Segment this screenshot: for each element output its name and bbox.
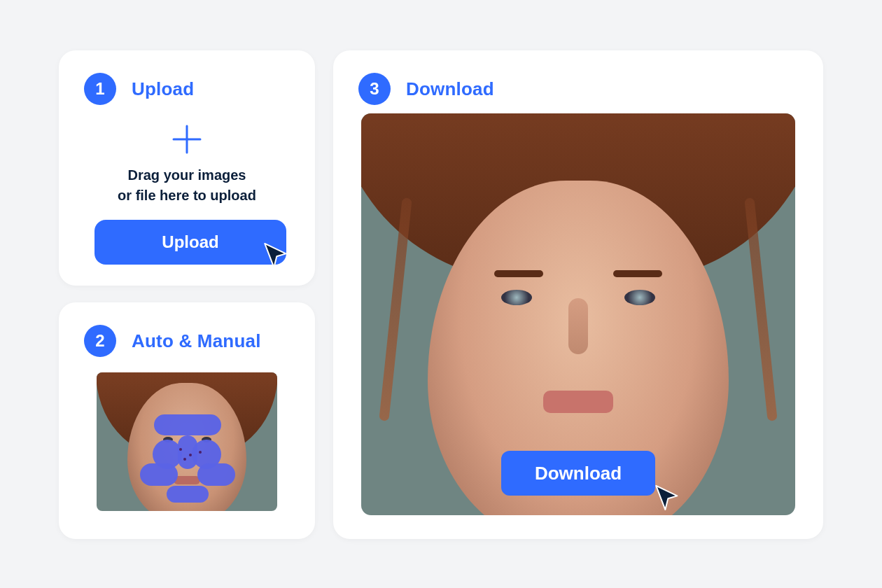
step-header: 2 Auto & Manual (59, 302, 315, 357)
plus-icon (171, 123, 203, 158)
illustration-lips (174, 476, 200, 484)
blemish-dot (179, 448, 182, 451)
illustration-eye (501, 290, 532, 305)
upload-dropzone[interactable]: Drag your images or file here to upload … (59, 105, 315, 286)
blemish-dot (183, 458, 186, 461)
illustration-lips (543, 391, 613, 413)
card-step-auto-manual: 2 Auto & Manual (59, 302, 315, 539)
brush-mask-overlay (154, 414, 221, 435)
blemish-dot (189, 454, 192, 456)
illustration-nose (568, 298, 588, 354)
blemish-dot (199, 451, 202, 454)
step-number-badge: 2 (84, 325, 116, 357)
dropzone-hint-line: or file here to upload (118, 188, 256, 203)
brush-mask-overlay (197, 463, 235, 486)
dropzone-hint-line: Drag your images (128, 167, 246, 183)
step-number-badge: 1 (84, 73, 116, 105)
illustration-eye (624, 290, 655, 305)
upload-button[interactable]: Upload (94, 220, 286, 265)
card-step-upload: 1 Upload Drag your images or file here t… (59, 50, 315, 286)
step-header: 1 Upload (59, 50, 315, 105)
step-title: Auto & Manual (132, 330, 261, 352)
retouch-preview-thumbnail (97, 372, 277, 511)
brush-mask-overlay (140, 463, 178, 486)
download-button-wrap: Download (501, 451, 655, 496)
illustration-brow (494, 270, 543, 277)
card-step-download: 3 Download Download (333, 50, 823, 539)
illustration-hair-strand (379, 197, 412, 421)
steps-layout: 1 Upload Drag your images or file here t… (0, 0, 882, 588)
step-header: 3 Download (333, 50, 823, 105)
brush-mask-overlay (167, 486, 209, 503)
step-title: Download (406, 78, 494, 100)
illustration-hair-strand (744, 197, 777, 421)
download-button[interactable]: Download (501, 451, 655, 496)
dropzone-hint: Drag your images or file here to upload (118, 165, 256, 206)
step-title: Upload (132, 78, 194, 100)
illustration-brow (613, 270, 662, 277)
result-image: Download (361, 113, 795, 515)
step-number-badge: 3 (358, 73, 391, 105)
upload-button-wrap: Upload (88, 220, 286, 265)
